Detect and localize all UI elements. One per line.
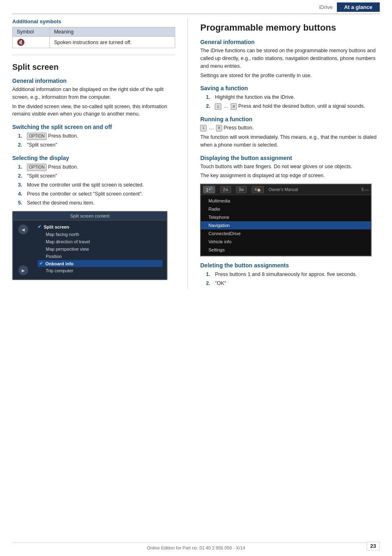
checkmark-icon2: ✔ (39, 261, 43, 266)
deleting-steps: 1. Press buttons 1 and 8 simultaneously … (206, 270, 380, 287)
prog-general-para2: Settings are stored for the profile curr… (200, 72, 380, 80)
selecting-steps: 1. OPTION Press button. 2. "Split screen… (18, 163, 175, 207)
meaning-col-header: Meaning (50, 27, 175, 37)
screen-item-trip: Trip computer (38, 267, 163, 274)
additional-symbols-title: Additional symbols (12, 18, 175, 24)
mem-right-num: 5 — (361, 187, 369, 192)
list-item: 2. "Split screen" (18, 141, 175, 149)
screen-item-mapnorth: Map facing north (38, 231, 163, 238)
nav-btn-up: ◀ (18, 225, 28, 234)
option-button-icon2: OPTION (27, 164, 47, 171)
split-screen-title: Split screen (12, 62, 175, 72)
screen-item-splitscreen: ✔ Split screen (38, 223, 163, 231)
mem-item-vehicleinfo: Vehicle info (201, 238, 371, 246)
screen-item-onboard: ✔ Onboard info (38, 260, 163, 267)
selecting-title: Selecting the display (12, 155, 175, 161)
footer-text: Online Edition for Part no. 01 40 2 956 … (147, 545, 245, 550)
displaying-para2: The key assignment is displayed at top e… (200, 172, 380, 180)
list-item: 1. Highlight the function via the iDrive… (206, 93, 380, 101)
page-header: iDrive At a glance (12, 0, 380, 14)
mem-item-radio: Radio (201, 205, 371, 213)
nav-btn-down: ▶ (18, 265, 28, 275)
running-title: Running a function (200, 116, 380, 122)
mem-top-btn2: 2⚙ (220, 186, 231, 193)
mem-btn-1-icon: 1 (215, 103, 221, 110)
page-number: 23 (367, 542, 380, 550)
running-para: The function will work immediately. This… (200, 133, 380, 149)
mem-item-multimedia: Multimedia (201, 197, 371, 205)
memory-screen-top-bar: 1🔊 2⚙ 3⚙ 4🏠 Owner's Manual 5 — (201, 185, 371, 195)
split-general-para1: Additional information can be displayed … (12, 86, 175, 101)
saving-title: Saving a function (200, 85, 380, 91)
saving-steps: 1. Highlight the function via the iDrive… (206, 93, 380, 110)
deleting-title: Deleting the button assignments (200, 262, 380, 269)
running-step: 1 … 8 Press button. (200, 124, 380, 132)
left-column: Additional symbols Symbol Meaning 🔇 Spok… (12, 18, 188, 289)
switching-steps: 1. OPTION Press button. 2. "Split screen… (18, 132, 175, 149)
screen-body: ◀ ▶ ✔ Split screen Map facing north (13, 220, 167, 279)
split-screen-section: Split screen General information Additio… (12, 62, 175, 280)
screen-item-position: Position (38, 253, 163, 260)
mem-top-btn4: 4🏠 (252, 186, 264, 193)
symbol-table: Symbol Meaning 🔇 Spoken instructions are… (12, 27, 175, 48)
right-column: Programmable memory buttons General info… (188, 18, 380, 289)
mem-item-connecteddrive: ConnectedDrive (201, 229, 371, 238)
list-item: 3. Move the controller until the split s… (18, 181, 175, 189)
memory-screen: 1🔊 2⚙ 3⚙ 4🏠 Owner's Manual 5 — Multimedi… (200, 184, 372, 256)
option-button-icon: OPTION (27, 133, 47, 140)
screen-item-mappers: Map perspective view (38, 245, 163, 253)
list-item: 5. Select the desired menu item. (18, 199, 175, 207)
list-item: 2. 1 … 8 Press and hold the desired butt… (206, 102, 380, 110)
screen-main-content: ✔ Split screen Map facing north Map dire… (33, 220, 167, 279)
displaying-title: Displaying the button assignment (200, 155, 380, 161)
memory-screen-list: Multimedia Radio Telephone Navigation Co… (201, 195, 371, 256)
main-content: Additional symbols Symbol Meaning 🔇 Spok… (0, 18, 392, 289)
mem-item-navigation: Navigation (201, 221, 371, 229)
list-item: 4. Press the controller or select "Split… (18, 190, 175, 198)
list-item: 2. "OK" (206, 279, 380, 287)
header-ataglance-label: At a glance (337, 2, 380, 12)
symbol-cell: 🔇 (13, 37, 50, 48)
split-general-info-title: General information (12, 78, 175, 84)
screen-mockup: Split screen content ◀ ▶ ✔ Split screen (12, 211, 167, 280)
run-btn-1-icon: 1 (200, 125, 206, 131)
list-item: 1. OPTION Press button. (18, 163, 175, 171)
additional-symbols-section: Additional symbols Symbol Meaning 🔇 Spok… (12, 18, 175, 48)
checkmark-icon: ✔ (38, 224, 41, 229)
mem-top-btn3: 3⚙ (236, 186, 247, 193)
screen-left-nav: ◀ ▶ (13, 220, 33, 279)
mem-top-btn1: 1🔊 (203, 186, 215, 193)
mem-item-settings: Settings (201, 246, 371, 254)
list-item: 1. Press buttons 1 and 8 simultaneously … (206, 270, 380, 278)
programmable-memory-section: Programmable memory buttons General info… (200, 22, 380, 287)
prog-general-para1: The iDrive functions can be stored on th… (200, 47, 380, 70)
run-btn-8-icon: 8 (216, 125, 222, 131)
meaning-cell: Spoken instructions are turned off. (50, 37, 175, 48)
list-item: 1. OPTION Press button. (18, 132, 175, 140)
mem-btn-8-icon: 8 (231, 103, 237, 110)
prog-general-info-title: General information (200, 39, 380, 45)
screen-title-bar: Split screen content (13, 212, 167, 220)
prog-title: Programmable memory buttons (200, 22, 380, 33)
section-divider (12, 55, 175, 55)
header-idrive-label: iDrive (319, 4, 332, 10)
displaying-para1: Touch buttons with bare fingers. Do not … (200, 163, 380, 171)
mem-item-telephone: Telephone (201, 213, 371, 221)
owners-manual-label: Owner's Manual (269, 187, 298, 192)
split-general-para2: In the divided screen view, the so-calle… (12, 103, 175, 118)
table-row: 🔇 Spoken instructions are turned off. (13, 37, 175, 48)
symbol-col-header: Symbol (13, 27, 50, 37)
page-footer: Online Edition for Part no. 01 40 2 956 … (12, 543, 380, 550)
switching-title: Switching the split screen on and off (12, 124, 175, 130)
list-item: 2. "Split screen" (18, 172, 175, 180)
mute-icon: 🔇 (17, 39, 25, 46)
screen-item-mapdir: Map direction of travel (38, 238, 163, 245)
